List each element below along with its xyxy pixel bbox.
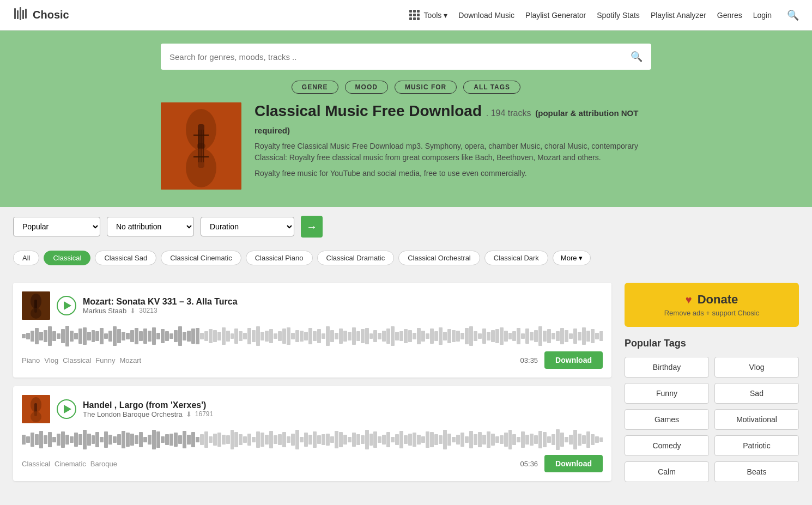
logo-icon: [13, 6, 28, 25]
waveform[interactable]: [22, 429, 603, 451]
pop-tag-calm[interactable]: Calm: [625, 461, 709, 482]
tag-vlog[interactable]: Vlog: [44, 356, 58, 364]
filter-bar: Popular Newest Oldest No attribution Wit…: [0, 207, 812, 246]
search-submit-icon[interactable]: 🔍: [631, 51, 643, 63]
pop-tag-birthday[interactable]: Birthday: [625, 357, 709, 378]
track-tags: Classical Cinematic Baroque: [22, 460, 117, 468]
pop-tag-beats[interactable]: Beats: [714, 461, 799, 482]
svg-rect-1: [17, 10, 19, 19]
nav-login[interactable]: Login: [753, 11, 772, 20]
track-duration: 05:36: [520, 460, 538, 468]
genre-image: [161, 102, 241, 190]
pop-tag-patriotic[interactable]: Patriotic: [714, 435, 799, 456]
svg-point-18: [31, 308, 41, 319]
artist-name: Markus Staab: [83, 307, 126, 315]
pop-tag-vlog[interactable]: Vlog: [714, 357, 799, 378]
pop-tag-motivational[interactable]: Motivational: [714, 409, 799, 430]
tag-filter-classical-piano[interactable]: Classical Piano: [246, 251, 313, 265]
hero-section: 🔍 GENRE MOOD MUSIC FOR ALL TAGS Class: [0, 31, 812, 207]
more-tags-button[interactable]: More ▾: [553, 251, 591, 265]
search-icon[interactable]: 🔍: [787, 9, 799, 21]
svg-rect-0: [14, 8, 16, 19]
artist-name: The London Baroque Orchestra: [83, 410, 183, 418]
more-label: More: [561, 254, 577, 262]
tag-baroque[interactable]: Baroque: [90, 460, 117, 468]
tag-filter-classical-sad[interactable]: Classical Sad: [95, 251, 156, 265]
track-footer: Classical Cinematic Baroque 05:36 Downlo…: [22, 455, 603, 472]
donate-title: ♥ Donate: [635, 293, 788, 307]
svg-rect-2: [20, 7, 21, 20]
tags-grid: Birthday Vlog Funny Sad Games Motivation…: [625, 357, 799, 482]
download-button[interactable]: Download: [544, 455, 603, 472]
donate-label: Donate: [698, 293, 738, 306]
tag-piano[interactable]: Piano: [22, 356, 40, 364]
heart-icon: ♥: [686, 294, 692, 306]
tag-filter-classical-cinematic[interactable]: Classical Cinematic: [161, 251, 241, 265]
tag-pills: GENRE MOOD MUSIC FOR ALL TAGS: [44, 81, 768, 94]
track-artist: Markus Staab ⬇ 30213: [83, 307, 603, 315]
tag-pill-genre[interactable]: GENRE: [292, 81, 338, 94]
popular-tags: Popular Tags Birthday Vlog Funny Sad Gam…: [625, 338, 799, 482]
tag-filter-classical-dramatic[interactable]: Classical Dramatic: [317, 251, 395, 265]
attribution-select[interactable]: No attribution With attribution: [107, 217, 194, 236]
waveform[interactable]: [22, 325, 603, 347]
grid-icon: [409, 10, 420, 20]
download-icon: ⬇: [186, 410, 192, 418]
tag-filter-classical-dark[interactable]: Classical Dark: [484, 251, 548, 265]
tag-filter-all[interactable]: All: [13, 251, 39, 265]
pop-tag-sad[interactable]: Sad: [714, 383, 799, 404]
genre-text: Classical Music Free Download . 194 trac…: [254, 102, 651, 184]
download-button[interactable]: Download: [544, 351, 603, 369]
search-input[interactable]: [169, 52, 631, 62]
download-count: 30213: [139, 307, 157, 314]
tag-filter-classical-orchestral[interactable]: Classical Orchestral: [398, 251, 480, 265]
tag-funny[interactable]: Funny: [95, 356, 115, 364]
genre-desc-1: Royalty free Classical Music Free Downlo…: [254, 141, 651, 163]
track-artist: The London Baroque Orchestra ⬇ 16791: [83, 410, 603, 418]
svg-rect-3: [22, 10, 24, 19]
tag-pill-all-tags[interactable]: ALL TAGS: [463, 81, 520, 94]
go-arrow-icon: →: [306, 221, 317, 233]
sidebar: ♥ Donate Remove ads + support Chosic Pop…: [625, 283, 799, 482]
nav-download-music[interactable]: Download Music: [458, 11, 514, 20]
main-content: Mozart: Sonata KV 331 – 3. Alla Turca Ma…: [0, 272, 812, 493]
play-button[interactable]: [57, 296, 76, 315]
track-thumbnail: [22, 395, 50, 423]
tag-pill-music-for[interactable]: MUSIC FOR: [395, 81, 457, 94]
pop-tag-comedy[interactable]: Comedy: [625, 435, 709, 456]
play-icon: [64, 301, 71, 310]
pop-tag-games[interactable]: Games: [625, 409, 709, 430]
tools-chevron: ▾: [444, 11, 447, 20]
logo[interactable]: Chosic: [13, 6, 69, 25]
genre-title: Classical Music Free Download . 194 trac…: [254, 102, 651, 137]
nav-playlist-analyzer[interactable]: Playlist Analyzer: [651, 11, 706, 20]
donate-subtitle: Remove ads + support Chosic: [635, 309, 788, 317]
track-duration: 03:35: [520, 356, 538, 364]
track-card: Handel , Largo (from 'Xerxes') The Londo…: [13, 386, 611, 481]
nav-links: Tools ▾ Download Music Playlist Generato…: [409, 9, 799, 21]
track-footer: Piano Vlog Classical Funny Mozart 03:35 …: [22, 351, 603, 369]
nav-spotify-stats[interactable]: Spotify Stats: [597, 11, 640, 20]
chevron-down-icon: ▾: [579, 254, 583, 262]
genre-info: Classical Music Free Download . 194 trac…: [161, 102, 651, 190]
track-title: Mozart: Sonata KV 331 – 3. Alla Turca: [83, 297, 603, 307]
pop-tag-funny[interactable]: Funny: [625, 383, 709, 404]
tag-classical[interactable]: Classical: [63, 356, 91, 364]
download-count: 16791: [195, 410, 213, 418]
tag-pill-mood[interactable]: MOOD: [345, 81, 388, 94]
play-button[interactable]: [57, 399, 76, 419]
tag-filter-classical[interactable]: Classical: [44, 251, 90, 265]
play-icon: [64, 405, 71, 413]
attribution-note: (popular & attribution NOT required): [254, 108, 638, 135]
tag-cinematic[interactable]: Cinematic: [54, 460, 86, 468]
svg-point-14: [197, 143, 205, 149]
sort-select[interactable]: Popular Newest Oldest: [13, 217, 100, 236]
tools-menu[interactable]: Tools ▾: [409, 10, 448, 20]
nav-playlist-generator[interactable]: Playlist Generator: [525, 11, 586, 20]
duration-select[interactable]: Duration Short (<2min) Medium (2-5min) L…: [201, 217, 294, 236]
go-button[interactable]: →: [301, 216, 323, 238]
tag-classical[interactable]: Classical: [22, 460, 50, 468]
nav-genres[interactable]: Genres: [717, 11, 742, 20]
track-info: Handel , Largo (from 'Xerxes') The Londo…: [83, 400, 603, 418]
tag-mozart[interactable]: Mozart: [119, 356, 141, 364]
